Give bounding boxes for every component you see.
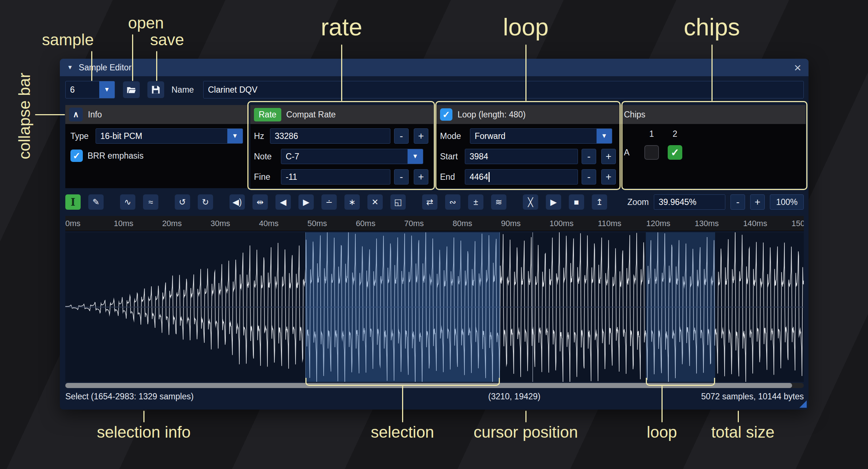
sample-select-value: 6	[70, 85, 99, 95]
sample-select[interactable]: 6 ▼	[65, 81, 115, 98]
fade-in-button[interactable]: ◀	[275, 194, 291, 210]
waveform-display[interactable]	[65, 232, 804, 382]
delete-button[interactable]: ✕	[367, 194, 383, 210]
undo-button[interactable]: ↺	[175, 194, 190, 210]
annotation-bracket-loop	[646, 378, 715, 386]
zoom-in-button[interactable]: +	[750, 194, 765, 210]
annotation-box-loop	[435, 101, 621, 190]
annotation-line-loop-bottom	[661, 386, 663, 422]
list-item: 20ms	[162, 216, 211, 231]
list-item: 130ms	[695, 216, 743, 231]
list-item: 120ms	[646, 216, 695, 231]
list-item: 50ms	[307, 216, 356, 231]
annotation-line-total-size	[738, 411, 739, 422]
folder-open-icon	[126, 85, 136, 95]
annotation-selection: selection	[371, 423, 434, 441]
brr-emphasis-checkbox[interactable]: ✓	[70, 150, 83, 162]
zoom-label: Zoom	[627, 197, 649, 207]
draw-mode-button[interactable]: ✎	[88, 194, 104, 210]
list-item: 30ms	[211, 216, 259, 231]
check-icon: ✓	[73, 151, 81, 161]
floppy-disk-icon	[151, 85, 161, 95]
zoom-input[interactable]: 39.9645%	[654, 194, 725, 210]
list-item: 150ms	[791, 216, 804, 231]
annotation-cursor-position: cursor position	[474, 423, 578, 441]
window-title: Sample Editor	[79, 63, 131, 73]
total-size-text: 5072 samples, 10144 bytes	[701, 388, 804, 404]
annotation-box-chips	[621, 101, 807, 190]
annotation-total-size: total size	[711, 423, 775, 441]
cursor-position-text: (3210, 19429)	[488, 388, 540, 404]
insert-silence-button[interactable]: ∸	[321, 194, 337, 210]
list-item: 140ms	[743, 216, 792, 231]
annotation-line-open	[132, 34, 133, 81]
info-collapse-button[interactable]: ∧	[69, 108, 83, 121]
loop-region-overlay	[646, 232, 715, 382]
redo-button[interactable]: ↻	[198, 194, 213, 210]
reverse-button[interactable]: ⇄	[422, 194, 437, 210]
selection-overlay[interactable]	[305, 232, 500, 382]
annotation-line-save	[156, 51, 157, 81]
apply-silence-button[interactable]: ∗	[344, 194, 360, 210]
create-wavetable-button[interactable]: ≈	[143, 194, 158, 210]
dropdown-arrow-icon[interactable]: ▼	[99, 81, 115, 98]
desktop-background: ▼ Sample Editor × 6 ▼ Name Clarinet DQV	[0, 0, 868, 469]
name-value: Clarinet DQV	[208, 85, 257, 95]
amplify-button[interactable]: ◀)	[229, 194, 245, 210]
name-label: Name	[171, 81, 194, 98]
annotation-box-rate	[247, 101, 435, 190]
annotation-loop: loop	[503, 13, 549, 41]
stop-preview-button[interactable]: ■	[569, 194, 584, 210]
sample-cursor-line	[532, 232, 533, 382]
save-button[interactable]	[147, 81, 164, 98]
annotation-rate: rate	[321, 13, 362, 41]
zoom-controls: Zoom 39.9645% - + 100%	[627, 194, 804, 210]
crossfade-button[interactable]: ╳	[523, 194, 538, 210]
open-button[interactable]	[123, 81, 140, 98]
info-panel-title: Info	[88, 110, 102, 120]
type-select-value: 16-bit PCM	[100, 131, 227, 141]
fade-out-button[interactable]: ▶	[298, 194, 314, 210]
list-item: 80ms	[453, 216, 501, 231]
annotation-line-selection	[402, 386, 403, 422]
import-button[interactable]: ↥	[592, 194, 607, 210]
info-panel: ∧ Info Type 16-bit PCM ▼ ✓ BRR emphasis	[65, 105, 249, 188]
zoom-out-button[interactable]: -	[730, 194, 745, 210]
annotation-loop-bottom: loop	[647, 423, 677, 441]
resample-button[interactable]: ∿	[120, 194, 135, 210]
timeline-ruler[interactable]: 0ms10ms20ms30ms40ms50ms60ms70ms80ms90ms1…	[65, 216, 804, 231]
preview-button[interactable]: ▶	[546, 194, 561, 210]
trim-button[interactable]: ◱	[390, 194, 406, 210]
type-select[interactable]: 16-bit PCM ▼	[96, 128, 243, 144]
select-mode-button[interactable]: I	[65, 194, 81, 210]
list-item: 60ms	[356, 216, 404, 231]
normalize-button[interactable]: ⇹	[252, 194, 268, 210]
window-collapse-icon[interactable]: ▼	[67, 64, 73, 71]
filter-button[interactable]: ≋	[491, 194, 506, 210]
name-input[interactable]: Clarinet DQV	[203, 81, 804, 98]
invert-button[interactable]: ∾	[445, 194, 460, 210]
resize-grip[interactable]	[799, 400, 807, 408]
dropdown-arrow-icon[interactable]: ▼	[227, 129, 243, 143]
sign-invert-button[interactable]: ±	[468, 194, 483, 210]
type-label: Type	[70, 128, 89, 144]
list-item: 10ms	[114, 216, 162, 231]
annotation-sample: sample	[42, 31, 94, 49]
list-item: 90ms	[501, 216, 549, 231]
close-icon[interactable]: ×	[794, 61, 801, 74]
annotation-line-rate	[341, 44, 342, 101]
annotation-line-chips	[711, 44, 713, 101]
zoom-value: 39.9645%	[659, 197, 697, 207]
list-item: 110ms	[598, 216, 647, 231]
zoom-reset-button[interactable]: 100%	[770, 194, 804, 210]
annotation-line-collapse-bar	[35, 114, 65, 115]
annotation-line-loop	[525, 44, 526, 101]
annotation-collapse-bar: collapse bar	[15, 73, 34, 159]
selection-info-text: Select (1654-2983: 1329 samples)	[65, 388, 194, 404]
list-item: 70ms	[404, 216, 453, 231]
list-item: 0ms	[65, 216, 114, 231]
annotation-line-selection-info	[143, 411, 144, 422]
window-titlebar[interactable]: ▼ Sample Editor ×	[60, 59, 809, 76]
toolbar-buttons: I✎∿≈↺↻◀)⇹◀▶∸∗✕◱⇄∾±≋╳▶■↥	[65, 194, 607, 210]
brr-emphasis-label: BRR emphasis	[88, 150, 143, 162]
